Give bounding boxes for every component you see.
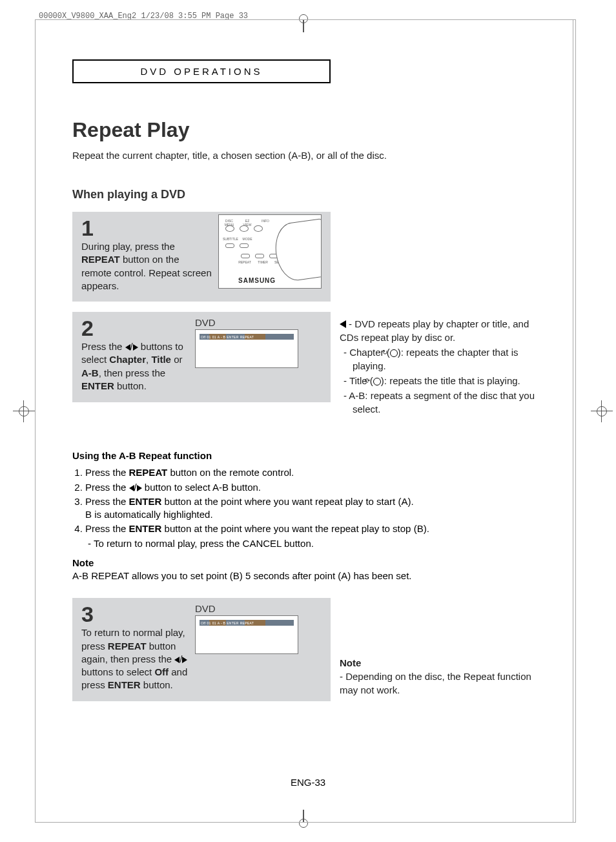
t: button on the remote control. (167, 467, 294, 478)
brand-label: SAMSUNG (238, 277, 276, 284)
t: , then press the (99, 367, 165, 378)
t: Press the (81, 341, 125, 352)
note-label: Note (340, 656, 540, 670)
osd-item: Off (201, 621, 205, 625)
t: ENTER (108, 679, 141, 690)
t: ENTER (129, 496, 162, 507)
ab-repeat-section: Using the A-B Repeat function Press the … (72, 449, 570, 582)
osd-item: 01 (212, 335, 216, 339)
remote-illustration: DISC MENU EZ VIEW INFO SUBTITLE MODE REP… (218, 214, 322, 289)
osd-screenshot: Off 01 01 A - B ENTER REPEAT (195, 615, 298, 654)
section-label: DVD OPERATIONS (72, 59, 331, 83)
osd-item: A - B (218, 335, 225, 339)
section-label-text: DVD OPERATIONS (140, 66, 262, 77)
osd-item: REPEAT (240, 621, 254, 625)
left-arrow-icon (129, 485, 134, 491)
osd-item: ENTER (227, 621, 238, 625)
note-text: A-B REPEAT allows you to set point (B) 5… (72, 570, 570, 582)
osd-item: REPEAT (240, 335, 254, 339)
t: REPEAT (81, 254, 120, 265)
t: button to select A-B button. (142, 482, 261, 493)
page-number: ENG-33 (0, 777, 616, 788)
step-3: 3 To return to normal play, press REPEAT… (72, 598, 331, 701)
remote-label: MODE (241, 237, 254, 241)
t: Press the (85, 496, 129, 507)
step-2-number: 2 (81, 317, 190, 339)
t: Press the (85, 482, 129, 493)
t: REPEAT (108, 641, 147, 652)
osd-item: ENTER (227, 335, 238, 339)
step-2: 2 Press the / buttons to select Chapter,… (72, 312, 331, 402)
dvd-label: DVD (195, 603, 322, 614)
right-arrow-icon (133, 344, 138, 351)
ab-step-3: Press the ENTER button at the point wher… (85, 495, 570, 522)
intro-text: Repeat the current chapter, title, a cho… (72, 150, 570, 161)
remote-label: TIMER (256, 260, 269, 264)
left-arrow-icon (125, 344, 130, 351)
osd-bar: Off 01 01 A - B ENTER REPEAT (200, 620, 294, 626)
left-arrow-icon (174, 657, 180, 663)
osd-item: 01 (207, 335, 210, 339)
t: button at the point where you want the r… (161, 523, 429, 534)
page-title: Repeat Play (72, 118, 570, 142)
t: buttons to select (81, 666, 154, 677)
side-line: - DVD repeats play by chapter or title, … (340, 318, 529, 343)
note-text: - Depending on the disc, the Repeat func… (340, 670, 540, 697)
ab-subline: - To return to normal play, press the CA… (88, 537, 570, 550)
thumb-illustration (272, 218, 322, 283)
t: During play, press the (81, 241, 175, 252)
remote-label: SUBTITLE (223, 237, 236, 241)
remote-label: REPEAT (238, 260, 251, 264)
osd-item: Off (201, 335, 205, 339)
side-line: - A-B: repeats a segment of the disc tha… (344, 389, 546, 416)
osd-item: 01 (207, 621, 210, 625)
osd-screenshot: Off 01 01 A - B ENTER REPEAT (195, 329, 298, 368)
t: button. (114, 380, 147, 391)
side-notes: - DVD repeats play by chapter or title, … (340, 317, 546, 416)
osd-item: A - B (218, 621, 225, 625)
t: Press the (85, 467, 129, 478)
ab-step-4: Press the ENTER button at the point wher… (85, 522, 570, 535)
t: Title (151, 354, 171, 365)
t: button at the point where you want repea… (161, 496, 413, 507)
t: ENTER (129, 523, 162, 534)
ab-step-2: Press the / button to select A-B button. (85, 481, 570, 494)
step-1: 1 During play, press the REPEAT button o… (72, 212, 331, 302)
t: Press the (85, 523, 129, 534)
t: B is automatically highlighted. (85, 509, 213, 520)
bottom-note: Note - Depending on the disc, the Repeat… (340, 656, 540, 697)
dvd-label: DVD (195, 317, 322, 328)
right-arrow-icon (182, 657, 187, 663)
t: or (171, 354, 183, 365)
step-1-text: During play, press the REPEAT button on … (81, 240, 212, 293)
t: ENTER (81, 380, 114, 391)
note-label: Note (72, 557, 570, 570)
column-rule (573, 19, 573, 823)
osd-bar: Off 01 01 A - B ENTER REPEAT (200, 334, 294, 340)
t: button. (141, 679, 173, 690)
t: ): repeats the title that is playing. (381, 375, 520, 386)
registration-mark-right (591, 400, 613, 422)
ab-heading: Using the A-B Repeat function (72, 449, 570, 462)
registration-mark-left (13, 400, 35, 422)
right-arrow-icon (137, 485, 142, 491)
t: Chapter (109, 354, 146, 365)
t: Off (154, 666, 169, 677)
step-1-number: 1 (81, 217, 212, 239)
osd-item: 01 (212, 621, 216, 625)
title-icon (373, 378, 381, 385)
ab-step-1: Press the REPEAT button on the remote co… (85, 466, 570, 479)
step-3-text: To return to normal play, press REPEAT b… (81, 626, 190, 692)
t: REPEAT (129, 467, 168, 478)
subheading: When playing a DVD (72, 188, 570, 201)
step-3-number: 3 (81, 603, 190, 625)
chapter-icon (390, 349, 398, 357)
step-2-text: Press the / buttons to select Chapter, T… (81, 340, 190, 393)
left-arrow-icon (340, 320, 346, 328)
t: A-B (81, 367, 99, 378)
